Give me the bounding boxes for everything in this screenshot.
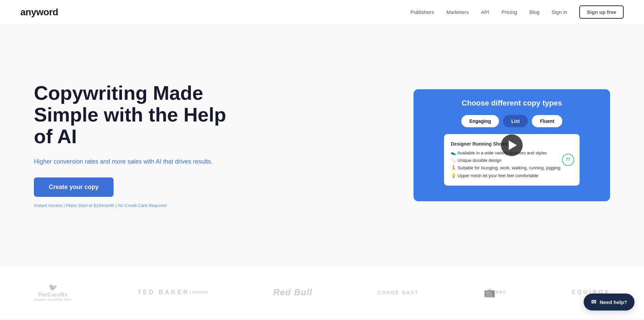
chat-icon: ✉ xyxy=(591,298,596,306)
tab-fluent[interactable]: Fluent xyxy=(532,115,562,127)
nav-blog[interactable]: Blog xyxy=(529,9,539,15)
panel-tabs: Engaging List Fluent xyxy=(461,115,563,127)
logo-petcaerx: 🐦 PetCareRx Happier. Healthier. Pets. xyxy=(34,283,73,301)
nbc-peacock-icon: 📺 xyxy=(484,287,496,298)
nav-publishers[interactable]: Publishers xyxy=(410,9,434,15)
play-button[interactable] xyxy=(501,134,523,156)
tab-engaging[interactable]: Engaging xyxy=(461,115,499,127)
signup-button[interactable]: Sign up free xyxy=(579,5,624,19)
nav-pricing[interactable]: Pricing xyxy=(502,9,517,15)
logo-nbc: 📺 NBC xyxy=(484,287,507,298)
logos-section: 🐦 PetCareRx Happier. Healthier. Pets. TE… xyxy=(0,266,644,318)
play-icon xyxy=(509,140,517,150)
site-logo[interactable]: anyword xyxy=(20,7,58,18)
need-help-label: Need help? xyxy=(600,299,627,305)
navbar: anyword Publishers Marketers API Pricing… xyxy=(0,0,644,24)
card-line-4: 💡 Upper mesh let your feet feel comforta… xyxy=(451,172,573,180)
petcare-bird-icon: 🐦 xyxy=(48,283,58,292)
hero-section: Copywriting Made Simple with the Help of… xyxy=(0,24,644,266)
hero-subtext: Higher conversion rates and more sales w… xyxy=(34,157,230,167)
need-help-button[interactable]: ✉ Need help? xyxy=(584,294,635,310)
card-line-2: 🦴 Unique durable design xyxy=(451,157,573,164)
hero-footnote: Instant Access | Plans Start at $19/mont… xyxy=(34,203,230,208)
logo-redbull: Red Bull xyxy=(273,287,313,298)
nav-marketers[interactable]: Marketers xyxy=(446,9,469,15)
nav-api[interactable]: API xyxy=(481,9,489,15)
signin-link[interactable]: Sign in xyxy=(551,9,567,15)
hero-heading: Copywriting Made Simple with the Help of… xyxy=(34,82,230,147)
logo-conde-nast: CONDÉ NAST xyxy=(377,289,419,295)
panel-title: Choose different copy types xyxy=(462,99,562,108)
nav-links: Publishers Marketers API Pricing Blog Si… xyxy=(410,5,624,19)
hero-left: Copywriting Made Simple with the Help of… xyxy=(34,82,230,208)
card-score: 77 xyxy=(562,154,574,166)
demo-panel: Choose different copy types Engaging Lis… xyxy=(414,89,610,201)
tab-list[interactable]: List xyxy=(503,115,528,127)
hero-subtext-text: Higher conversion rates and more sales w… xyxy=(34,158,213,165)
card-line-3: 🏃 Suitable for lounging, work, walking, … xyxy=(451,164,573,172)
cta-button[interactable]: Create your copy xyxy=(34,177,114,197)
logo-tedbaker: TED BAKER LONDON xyxy=(137,289,208,296)
